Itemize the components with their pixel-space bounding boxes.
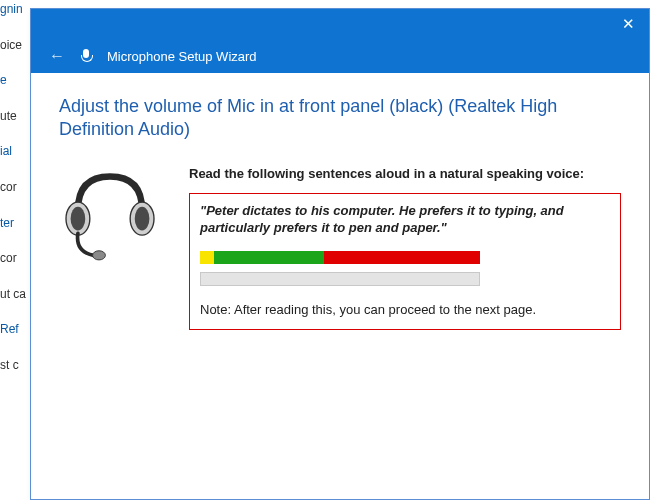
svg-point-1 [71, 207, 86, 231]
note-text: Note: After reading this, you can procee… [200, 302, 610, 317]
background-page-fragments: gnin oice e ute ial cor ter cor ut ca Re… [0, 0, 30, 500]
instruction-column: Read the following sentences aloud in a … [189, 166, 621, 330]
back-button[interactable]: ← [49, 47, 65, 65]
highlighted-box: "Peter dictates to his computer. He pref… [189, 193, 621, 330]
volume-meter [200, 251, 480, 264]
volume-level-bar [200, 272, 480, 286]
meter-red-zone [324, 251, 480, 264]
microphone-icon [79, 49, 93, 63]
window-titlebar: ✕ [31, 9, 649, 39]
microphone-setup-wizard-window: ✕ ← Microphone Setup Wizard Adjust the v… [30, 8, 650, 500]
wizard-content: Adjust the volume of Mic in at front pan… [31, 73, 649, 499]
page-heading: Adjust the volume of Mic in at front pan… [59, 95, 621, 142]
body-row: Read the following sentences aloud in a … [59, 166, 621, 330]
sample-sentence: "Peter dictates to his computer. He pref… [200, 202, 610, 237]
headset-icon [55, 160, 165, 270]
meter-yellow-zone [200, 251, 214, 264]
wizard-title: Microphone Setup Wizard [107, 49, 257, 64]
close-button[interactable]: ✕ [622, 15, 635, 33]
wizard-header: ← Microphone Setup Wizard [31, 39, 649, 73]
svg-point-4 [93, 251, 106, 260]
svg-point-3 [135, 207, 150, 231]
meter-green-zone [214, 251, 324, 264]
instruction-text: Read the following sentences aloud in a … [189, 166, 621, 181]
